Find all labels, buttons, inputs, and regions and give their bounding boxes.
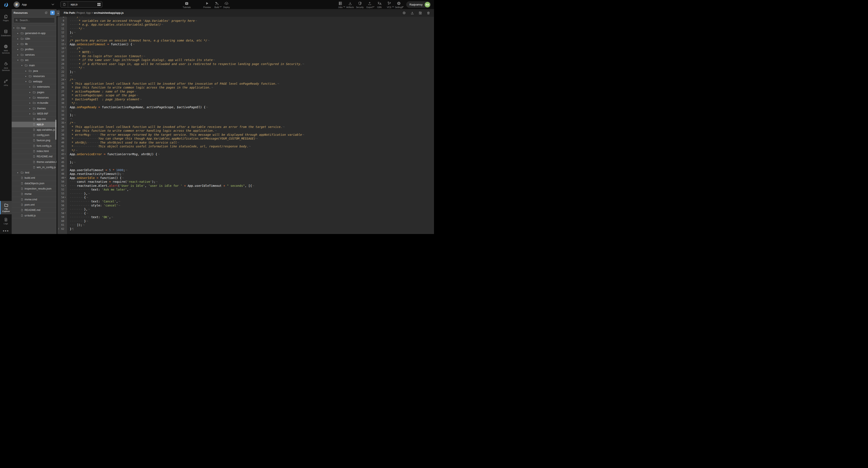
toolbar-deploy[interactable]: Deploy bbox=[222, 1, 231, 8]
refresh-icon[interactable] bbox=[44, 11, 48, 14]
chevron-expanded-icon[interactable]: ▾ bbox=[25, 80, 29, 82]
download-file-icon[interactable] bbox=[410, 11, 414, 15]
chevron-expanded-icon[interactable]: ▾ bbox=[13, 27, 17, 29]
tree-row-rn-bundle[interactable]: ▸rn-bundle bbox=[12, 100, 57, 106]
code-line-30[interactable]: 30 */¬ bbox=[57, 101, 434, 105]
code-line-56[interactable]: 56············style: 'cancel'¬ bbox=[57, 203, 434, 207]
code-line-19[interactable]: 19·····* if the same user logs in(throug… bbox=[57, 58, 434, 62]
toolbar-tutorials[interactable]: Tutorials bbox=[182, 1, 192, 8]
tree-row-test[interactable]: ▸test bbox=[12, 170, 57, 175]
code-line-47[interactable]: 47App.userIdleTimeout = 5 * 1000;¬ bbox=[57, 168, 434, 172]
code-editor[interactable]: 8▾····/*¬9·····* variables can be access… bbox=[57, 17, 434, 234]
toolbar-build[interactable]: Build bbox=[212, 1, 222, 8]
code-line-35[interactable]: 35▾/*¬ bbox=[57, 121, 434, 125]
editor-settings-icon[interactable] bbox=[402, 11, 406, 15]
tree-row-dataObjects.json[interactable]: dataObjects.json bbox=[12, 181, 57, 186]
tree-row-java[interactable]: ▸java bbox=[12, 68, 57, 73]
tree-row-wm_rn_config.js[interactable]: wm_rn_config.js bbox=[12, 165, 57, 170]
code-line-38[interactable]: 38 * errorMsg:·····The error message ret… bbox=[57, 133, 434, 137]
tree-row-WEB-INF[interactable]: ▸WEB-INF bbox=[12, 111, 57, 116]
code-line-25[interactable]: 25 * This application level callback fun… bbox=[57, 81, 434, 86]
chevron-collapsed-icon[interactable]: ▸ bbox=[29, 91, 33, 93]
code-line-49[interactable]: 49▾App.onUserIdle = function() {¬ bbox=[57, 176, 434, 180]
tree-row-lib[interactable]: ▸lib bbox=[12, 41, 57, 47]
rail-item-file-explorer[interactable]: File Explorer bbox=[0, 201, 12, 214]
tree-row-i18n[interactable]: ▸i18n bbox=[12, 36, 57, 41]
toolbar-i18n[interactable]: I18N bbox=[374, 1, 384, 8]
grid-view-icon[interactable] bbox=[96, 3, 102, 6]
code-line-58[interactable]: 58▾········{¬ bbox=[57, 211, 434, 215]
tree-row-favicon.png[interactable]: favicon.png bbox=[12, 138, 57, 143]
code-line-12[interactable]: 12};¬ bbox=[57, 31, 434, 35]
fold-arrow-icon[interactable]: ▾ bbox=[65, 153, 66, 155]
chevron-expanded-icon[interactable]: ▾ bbox=[18, 59, 21, 61]
fold-arrow-icon[interactable]: ▾ bbox=[65, 177, 66, 178]
tree-row-index.html[interactable]: index.html bbox=[12, 149, 57, 154]
toolbar-vcs[interactable]: VCS bbox=[384, 1, 394, 8]
fold-arrow-icon[interactable]: ▾ bbox=[65, 78, 66, 80]
code-line-42[interactable]: 42 */¬ bbox=[57, 148, 434, 153]
code-line-50[interactable]: 50····const reactnative = require('react… bbox=[57, 180, 434, 184]
code-line-62[interactable]: 62i}¶ bbox=[57, 227, 434, 231]
code-line-48[interactable]: 48App.resetInactivityTimeout();¬ bbox=[57, 172, 434, 176]
tree-row-services[interactable]: ▸services bbox=[12, 52, 57, 57]
code-line-57[interactable]: 57········},¬ bbox=[57, 207, 434, 211]
code-line-41[interactable]: 41 *··············This object contains u… bbox=[57, 144, 434, 148]
code-line-16[interactable]: 16▾····/*¬ bbox=[57, 46, 434, 50]
chevron-collapsed-icon[interactable]: ▸ bbox=[29, 97, 33, 99]
tree-row-pages[interactable]: ▸pages bbox=[12, 90, 57, 95]
delete-file-icon[interactable] bbox=[427, 11, 430, 15]
tree-row-mvnw[interactable]: mvnw bbox=[12, 192, 57, 197]
tree-row-app.css[interactable]: app.css bbox=[12, 116, 57, 122]
code-line-10[interactable]: 10·····* e.g. App.Variables.staticVariab… bbox=[57, 23, 434, 27]
code-line-23[interactable]: 23¬ bbox=[57, 74, 434, 78]
code-line-13[interactable]: 13¬ bbox=[57, 35, 434, 38]
code-line-32[interactable]: 32¬ bbox=[57, 109, 434, 113]
tree-row-webapp[interactable]: ▾webapp bbox=[12, 79, 57, 84]
rail-item-pages[interactable]: Pages bbox=[0, 13, 12, 23]
code-line-51[interactable]: 51▾····reactnative.Alert.alert('User is … bbox=[57, 184, 434, 188]
code-line-18[interactable]: 18·····* On re-login after session timeo… bbox=[57, 54, 434, 58]
tree-row-config.json[interactable]: config.json bbox=[12, 133, 57, 138]
code-line-21[interactable]: 21·····*/¬ bbox=[57, 66, 434, 70]
code-line-45[interactable]: 45};¬ bbox=[57, 160, 434, 164]
tab-app-js[interactable]: app.js bbox=[60, 1, 102, 8]
tree-row-profiles[interactable]: ▸profiles bbox=[12, 47, 57, 52]
code-line-53[interactable]: 53········},¬ bbox=[57, 192, 434, 196]
toolbar-settings[interactable]: Settings bbox=[394, 1, 404, 8]
tree-row-mvnw.cmd[interactable]: mvnw.cmd bbox=[12, 197, 57, 202]
fold-arrow-icon[interactable]: ▾ bbox=[65, 122, 66, 124]
tree-scrollbar[interactable] bbox=[55, 120, 56, 140]
toolbar-jobs[interactable]: Jobs bbox=[336, 1, 345, 8]
rail-item-java-services[interactable]: Java Services bbox=[0, 61, 12, 72]
chevron-collapsed-icon[interactable]: ▸ bbox=[18, 54, 21, 56]
code-line-54[interactable]: 54▾········{¬ bbox=[57, 196, 434, 199]
code-line-15[interactable]: 15▾App.onSessionTimeout = function() {¬ bbox=[57, 42, 434, 46]
code-line-31[interactable]: 31▾App.onPageReady = function(activePage… bbox=[57, 105, 434, 109]
tree-row-themes[interactable]: ▸themes bbox=[12, 106, 57, 111]
code-line-44[interactable]: 44¬ bbox=[57, 156, 434, 160]
code-line-9[interactable]: 9·····* variables can be accessed throug… bbox=[57, 19, 434, 23]
chevron-collapsed-icon[interactable]: ▸ bbox=[25, 75, 29, 77]
rail-item-databases[interactable]: Databases bbox=[0, 28, 12, 38]
code-line-43[interactable]: 43▾App.onServiceError = function(errorMs… bbox=[57, 152, 434, 156]
chevron-collapsed-icon[interactable]: ▸ bbox=[29, 102, 33, 104]
tree-row-ui-build.js[interactable]: ui-build.js bbox=[12, 213, 57, 218]
fold-arrow-icon[interactable]: ▾ bbox=[65, 47, 66, 49]
project-selector[interactable]: App bbox=[13, 1, 54, 8]
tree-row-main[interactable]: ▾main bbox=[12, 63, 57, 68]
code-line-11[interactable]: 11·····*/¬ bbox=[57, 27, 434, 31]
code-line-60[interactable]: 60········}¬ bbox=[57, 219, 434, 223]
toolbar-preview[interactable]: Preview bbox=[202, 1, 212, 8]
fold-arrow-icon[interactable]: ▾ bbox=[65, 196, 66, 198]
chevron-collapsed-icon[interactable]: ▸ bbox=[18, 38, 21, 40]
rail-item-web-services[interactable]: Web Services bbox=[0, 43, 12, 55]
code-line-17[interactable]: 17·····* NOTE:¬ bbox=[57, 50, 434, 54]
code-line-28[interactable]: 28 * activePageScope: scope of the page¬ bbox=[57, 93, 434, 97]
fold-arrow-icon[interactable]: ▾ bbox=[65, 43, 66, 45]
toolbar-artifacts[interactable]: Artifacts bbox=[345, 1, 355, 8]
chevron-collapsed-icon[interactable]: ▸ bbox=[29, 107, 33, 109]
code-line-36[interactable]: 36 * This application level callback fun… bbox=[57, 125, 434, 129]
code-line-52[interactable]: 52············text: 'Ask me later',¬ bbox=[57, 188, 434, 192]
code-line-40[interactable]: 40 * xhrObj:·······The xhrObject used to… bbox=[57, 141, 434, 145]
